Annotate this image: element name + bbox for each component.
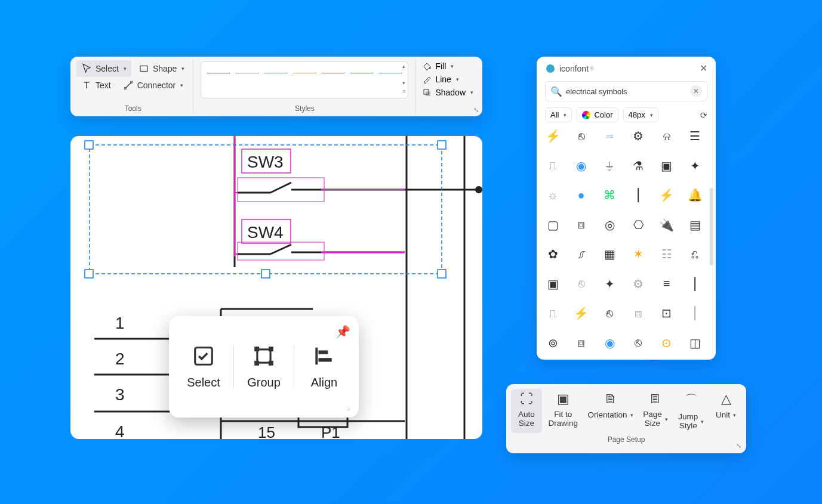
result-icon[interactable]: ⎓ bbox=[602, 128, 617, 144]
result-icon[interactable]: ⎔ bbox=[630, 217, 646, 233]
result-icon[interactable]: ✦ bbox=[602, 276, 617, 292]
result-icon[interactable]: ☷ bbox=[659, 246, 675, 262]
result-icon[interactable]: ⎍ bbox=[545, 305, 561, 321]
svg-rect-48 bbox=[319, 358, 332, 361]
chevron-down-icon: ▾ bbox=[451, 63, 454, 69]
unit-button[interactable]: △ Unit▾ bbox=[710, 389, 741, 433]
result-icon[interactable]: ⌘ bbox=[602, 187, 617, 203]
line-style-swatch[interactable] bbox=[322, 73, 344, 73]
result-icon[interactable]: ⊡ bbox=[659, 305, 675, 321]
result-icon[interactable]: ⎮ bbox=[687, 305, 703, 321]
search-input[interactable] bbox=[566, 87, 690, 96]
result-icon[interactable]: ✦ bbox=[687, 158, 703, 174]
shape-tool[interactable]: Shape ▾ bbox=[134, 60, 189, 77]
expand-ribbon-icon[interactable]: ⤡ bbox=[473, 106, 479, 114]
result-icon[interactable]: ⎮ bbox=[630, 187, 646, 203]
result-icon[interactable]: ⎋ bbox=[602, 305, 617, 321]
ctx-group-label: Group bbox=[247, 376, 281, 389]
line-style-swatch[interactable] bbox=[207, 73, 230, 73]
svg-rect-36 bbox=[85, 270, 93, 278]
result-icon[interactable]: ◉ bbox=[602, 335, 617, 351]
result-icon[interactable]: ⧈ bbox=[574, 217, 589, 233]
filter-size[interactable]: 48px▾ bbox=[623, 107, 658, 122]
shadow-icon bbox=[422, 88, 432, 97]
result-icon[interactable]: ⎍ bbox=[545, 158, 561, 174]
auto-size-button[interactable]: ⛶ Auto Size bbox=[511, 389, 542, 433]
fit-to-drawing-button[interactable]: ▣ Fit to Drawing bbox=[544, 389, 582, 433]
line-style-swatch[interactable] bbox=[293, 73, 316, 73]
result-icon[interactable]: ⊚ bbox=[545, 335, 561, 351]
result-icon[interactable]: ▦ bbox=[602, 246, 617, 262]
style-gallery[interactable]: ▴▾≡ bbox=[201, 61, 408, 98]
shadow-button[interactable]: Shadow ▾ bbox=[420, 86, 476, 98]
result-icon[interactable]: ⎋ bbox=[630, 335, 646, 351]
line-style-swatch[interactable] bbox=[236, 73, 258, 73]
line-style-swatch[interactable] bbox=[264, 73, 287, 73]
select-tool[interactable]: Select ▾ bbox=[76, 60, 131, 77]
result-icon[interactable]: ⚡ bbox=[574, 305, 589, 321]
pin-4: 4 bbox=[115, 422, 125, 439]
pin-icon[interactable]: 📌 bbox=[335, 324, 350, 339]
result-icon[interactable]: ⍾ bbox=[659, 128, 675, 144]
close-icon[interactable]: ✕ bbox=[700, 63, 707, 74]
filter-all[interactable]: All▾ bbox=[545, 107, 572, 122]
result-icon[interactable]: ⚡ bbox=[545, 128, 561, 144]
result-icon[interactable]: ⎋ bbox=[574, 128, 589, 144]
result-icon[interactable]: 🔔 bbox=[687, 187, 703, 203]
scrollbar[interactable] bbox=[710, 188, 713, 265]
result-icon[interactable]: ≡ bbox=[659, 276, 675, 292]
orientation-button[interactable]: 🗎 Orientation▾ bbox=[584, 389, 637, 433]
refresh-icon[interactable]: ⟳ bbox=[700, 110, 707, 120]
result-icon[interactable]: 🔌 bbox=[659, 217, 675, 233]
page-size-button[interactable]: 🗏 Page Size▾ bbox=[639, 389, 672, 433]
text-tool[interactable]: Text bbox=[76, 77, 116, 94]
jump-style-button[interactable]: ⌒ Jump Style▾ bbox=[674, 389, 708, 433]
result-icon[interactable]: ⚗ bbox=[630, 158, 646, 174]
line-button[interactable]: Line ▾ bbox=[420, 73, 476, 85]
clear-search-icon[interactable]: ✕ bbox=[690, 85, 702, 97]
expand-pagesetup-icon[interactable]: ⤡ bbox=[736, 442, 741, 450]
result-icon[interactable]: ⚡ bbox=[659, 187, 675, 203]
svg-rect-38 bbox=[261, 270, 270, 278]
result-icon[interactable]: ▣ bbox=[659, 158, 675, 174]
expand-gallery-icon[interactable]: ≡ bbox=[402, 88, 405, 94]
result-icon[interactable]: ✿ bbox=[545, 246, 561, 262]
scroll-down-icon[interactable]: ▾ bbox=[402, 80, 405, 86]
svg-point-17 bbox=[475, 186, 482, 193]
result-icon[interactable]: ✶ bbox=[630, 246, 646, 262]
result-icon[interactable]: ⊙ bbox=[659, 335, 675, 351]
context-toolbar: 📌 Select Group Align ⌟ bbox=[169, 316, 359, 418]
result-icon[interactable]: ◉ bbox=[574, 158, 589, 174]
line-style-swatch[interactable] bbox=[350, 73, 373, 73]
result-icon[interactable]: ◫ bbox=[687, 335, 703, 351]
result-icon[interactable]: ⚙ bbox=[630, 128, 646, 144]
filter-color[interactable]: Color bbox=[577, 107, 618, 122]
ctx-align[interactable]: Align bbox=[300, 345, 348, 389]
label-p1: P1 bbox=[321, 423, 340, 439]
result-icon[interactable]: ● bbox=[574, 187, 589, 203]
ctx-group[interactable]: Group bbox=[240, 345, 288, 389]
result-icon[interactable]: ⧈ bbox=[574, 335, 589, 351]
connector-tool[interactable]: Connector ▾ bbox=[118, 77, 189, 94]
line-style-swatch[interactable] bbox=[379, 73, 402, 73]
result-icon[interactable]: ⎎ bbox=[574, 246, 589, 262]
result-icon[interactable]: ◎ bbox=[602, 217, 617, 233]
result-icon[interactable]: ☼ bbox=[545, 187, 561, 203]
result-icon[interactable]: ☰ bbox=[687, 128, 703, 144]
rectangle-icon bbox=[138, 63, 149, 74]
result-icon[interactable]: ⏚ bbox=[602, 158, 617, 174]
pagesize-icon: 🗏 bbox=[649, 391, 662, 407]
result-icon[interactable]: ⎌ bbox=[687, 246, 703, 262]
scroll-up-icon[interactable]: ▴ bbox=[402, 63, 405, 69]
result-icon[interactable]: ⎮ bbox=[687, 276, 703, 292]
fill-button[interactable]: Fill ▾ bbox=[420, 60, 476, 72]
svg-rect-32 bbox=[238, 242, 324, 260]
result-icon[interactable]: ⚙ bbox=[630, 276, 646, 292]
result-icon[interactable]: ▢ bbox=[545, 217, 561, 233]
ctx-select[interactable]: Select bbox=[180, 345, 227, 389]
result-icon[interactable]: ▤ bbox=[687, 217, 703, 233]
fill-label: Fill bbox=[435, 61, 446, 71]
result-icon[interactable]: ▣ bbox=[545, 276, 561, 292]
result-icon[interactable]: ⎋ bbox=[574, 276, 589, 292]
result-icon[interactable]: ⧈ bbox=[630, 305, 646, 321]
